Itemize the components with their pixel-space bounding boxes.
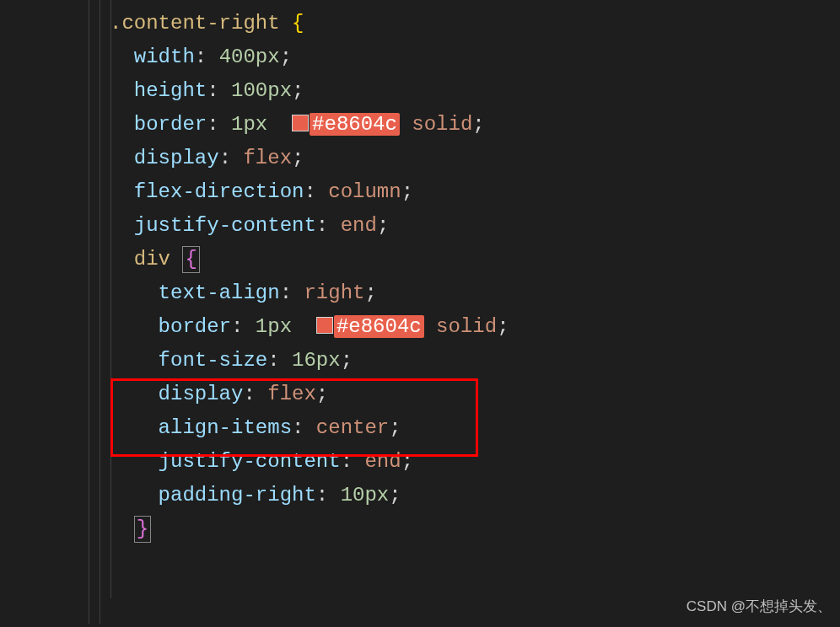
css-property: padding-right: [159, 484, 316, 506]
css-property: border: [159, 315, 231, 338]
code-content[interactable]: .content-right { width: 400px; height: 1…: [0, 7, 840, 546]
color-hex: #e8604c: [334, 315, 424, 338]
code-line[interactable]: display: flex;: [0, 378, 840, 411]
code-line[interactable]: div {: [0, 243, 840, 276]
code-line[interactable]: padding-right: 10px;: [0, 479, 840, 512]
code-line[interactable]: flex-direction: column;: [0, 175, 840, 209]
watermark-text: CSDN @不想掉头发、: [687, 590, 832, 624]
css-property: justify-content: [159, 450, 341, 473]
css-property: font-size: [159, 349, 268, 372]
css-property: height: [134, 79, 207, 102]
css-property: flex-direction: [134, 180, 304, 203]
color-swatch-icon[interactable]: [316, 317, 333, 334]
code-line[interactable]: .content-right {: [0, 7, 840, 40]
css-property: display: [159, 383, 244, 405]
code-line[interactable]: justify-content: end;: [0, 209, 840, 243]
code-line[interactable]: justify-content: end;: [0, 445, 840, 479]
css-property: display: [134, 147, 219, 169]
css-property: align-items: [159, 416, 292, 439]
code-line[interactable]: border: 1px #e8604c solid;: [0, 310, 840, 344]
css-selector: div: [134, 248, 170, 271]
code-editor[interactable]: .content-right { width: 400px; height: 1…: [0, 0, 840, 546]
brace-close: }: [137, 517, 148, 540]
code-line[interactable]: width: 400px;: [0, 40, 840, 74]
code-line[interactable]: height: 100px;: [0, 74, 840, 108]
code-line[interactable]: border: 1px #e8604c solid;: [0, 108, 840, 142]
code-line[interactable]: display: flex;: [0, 142, 840, 175]
code-line[interactable]: font-size: 16px;: [0, 344, 840, 378]
code-line[interactable]: align-items: center;: [0, 411, 840, 445]
css-property: border: [134, 113, 207, 136]
css-selector: .content-right: [110, 12, 280, 35]
code-line[interactable]: }: [0, 512, 840, 546]
brace-open: {: [185, 248, 197, 271]
color-swatch-icon[interactable]: [292, 115, 309, 131]
css-property: text-align: [159, 281, 280, 304]
color-hex: #e8604c: [310, 113, 400, 136]
code-line[interactable]: text-align: right;: [0, 276, 840, 310]
css-property: width: [134, 46, 195, 68]
brace-open: {: [292, 12, 304, 35]
css-property: justify-content: [134, 214, 316, 237]
